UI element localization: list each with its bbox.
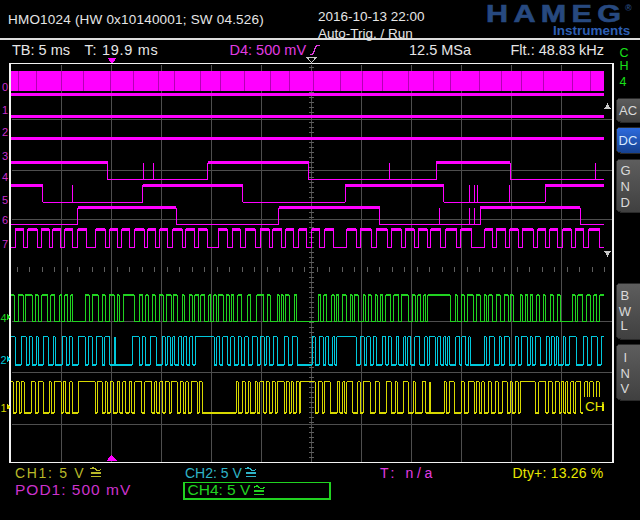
svg-text:2016-10-13 22:00: 2016-10-13 22:00: [318, 9, 425, 24]
svg-text:4: 4: [2, 171, 8, 183]
svg-text:T: 19.9 ms: T: 19.9 ms: [85, 42, 159, 58]
svg-text:Auto-Trig. / Run: Auto-Trig. / Run: [318, 26, 413, 41]
svg-text:W: W: [619, 304, 632, 319]
svg-text:4: 4: [1, 312, 7, 324]
svg-text:D: D: [621, 195, 630, 210]
svg-text:3: 3: [2, 150, 8, 162]
svg-text:AC: AC: [619, 103, 637, 118]
svg-text:D4: 500 mV: D4: 500 mV: [230, 42, 307, 58]
svg-text:Dty+: 13.26 %: Dty+: 13.26 %: [513, 465, 604, 481]
svg-text:B: B: [621, 288, 630, 303]
svg-text:CH: CH: [585, 399, 605, 414]
svg-text:CH2: 5 V: CH2: 5 V: [185, 465, 242, 481]
svg-text:4: 4: [620, 75, 627, 89]
svg-text:5: 5: [2, 194, 8, 206]
svg-text:CH1: 5 V: CH1: 5 V: [15, 465, 85, 481]
svg-text:HMO1024 (HW 0x10140001; SW 04.: HMO1024 (HW 0x10140001; SW 04.526): [8, 12, 264, 27]
svg-text:Flt.: 48.83 kHz: Flt.: 48.83 kHz: [511, 42, 604, 58]
svg-text:CH4: 5 V: CH4: 5 V: [188, 481, 252, 498]
svg-text:T: n/a: T: n/a: [380, 465, 436, 481]
svg-text:TB: 5 ms: TB: 5 ms: [12, 42, 70, 58]
svg-text:1: 1: [1, 402, 7, 414]
svg-text:I: I: [624, 350, 628, 365]
svg-text:0: 0: [2, 81, 8, 93]
svg-text:7: 7: [2, 238, 8, 250]
svg-text:6: 6: [2, 214, 8, 226]
svg-text:N: N: [621, 366, 630, 381]
svg-text:N: N: [621, 179, 630, 194]
svg-text:2: 2: [1, 354, 7, 366]
svg-text:H: H: [620, 59, 629, 73]
svg-text:12.5 MSa: 12.5 MSa: [409, 42, 472, 58]
svg-text:L: L: [621, 318, 628, 333]
svg-text:®: ®: [625, 3, 632, 13]
svg-text:G: G: [621, 163, 631, 178]
svg-text:2: 2: [2, 126, 8, 138]
svg-text:C: C: [620, 46, 629, 60]
svg-text:Instruments: Instruments: [553, 23, 630, 38]
svg-text:1: 1: [2, 104, 8, 116]
svg-text:V: V: [621, 381, 630, 396]
svg-text:POD1: 500 mV: POD1: 500 mV: [15, 481, 131, 498]
svg-text:DC: DC: [619, 133, 638, 148]
